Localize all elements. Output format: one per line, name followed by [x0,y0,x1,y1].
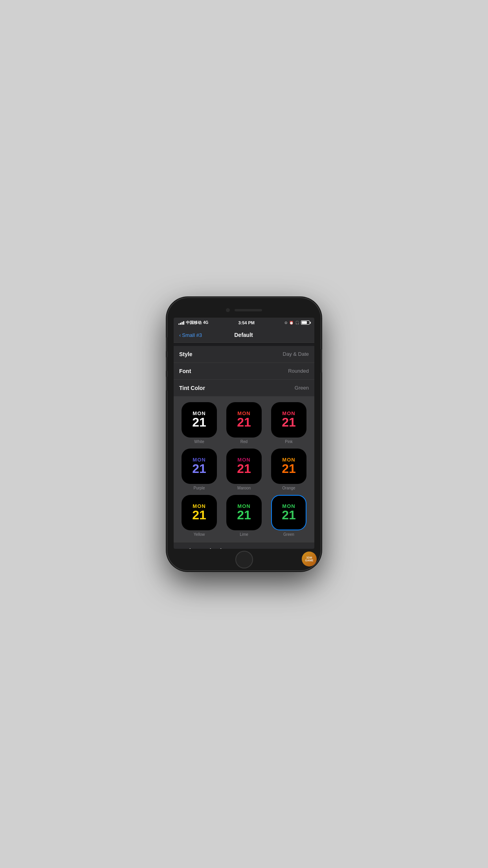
watch-date-lime: 21 [237,509,251,521]
color-item-green[interactable]: MON 21 Green [269,495,309,537]
watch-date-white: 21 [192,416,206,428]
status-right: ⊙ ⏰ 🎧 [284,320,310,325]
nav-title: Default [202,332,285,338]
watch-face-orange: MON 21 [271,449,306,484]
tint-color-value: Green [295,385,309,391]
background-color-label: Background Color [179,548,227,549]
home-button-area [235,549,253,570]
home-button[interactable] [235,551,253,568]
battery-fill [302,321,307,324]
settings-content[interactable]: Style Day & Date Font Rounded Tint Color… [174,343,314,549]
style-row[interactable]: Style Day & Date [174,346,314,363]
color-label-red: Red [240,440,248,444]
color-item-purple[interactable]: MON 21 Purple [179,449,219,490]
signal-bar-1 [178,324,180,325]
watch-date-yellow: 21 [192,509,206,521]
battery-icon [301,320,310,325]
color-label-lime: Lime [240,532,248,537]
style-label: Style [179,351,192,357]
background-color-value: Black [296,548,309,549]
watch-face-red: MON 21 [226,402,262,438]
color-label-white: White [194,440,204,444]
style-value: Day & Date [283,351,309,357]
color-item-maroon[interactable]: MON 21 Maroon [224,449,264,490]
chevron-left-icon: ‹ [179,332,181,338]
phone-screen: 中国移动 4G 3:54 PM ⊙ ⏰ 🎧 ‹ Small #3 Default [174,318,314,549]
time-display: 3:54 PM [238,320,255,325]
watch-face-lime: MON 21 [226,495,262,530]
network-label: 4G [203,320,208,325]
font-value: Rounded [288,368,309,374]
watermark: 3DMGAME [302,552,317,567]
watch-date-maroon: 21 [237,462,251,475]
background-color-row[interactable]: Background Color Black [174,542,314,549]
color-item-red[interactable]: MON 21 Red [224,402,264,444]
watch-face-maroon: MON 21 [226,449,262,484]
font-row[interactable]: Font Rounded [174,363,314,380]
color-label-purple: Purple [194,486,205,490]
phone-device: 中国移动 4G 3:54 PM ⊙ ⏰ 🎧 ‹ Small #3 Default [167,298,321,570]
tint-color-row[interactable]: Tint Color Green [174,380,314,397]
watch-date-pink: 21 [282,416,296,428]
color-item-pink[interactable]: MON 21 Pink [269,402,309,444]
color-label-orange: Orange [282,486,295,490]
watch-date-purple: 21 [192,462,206,475]
phone-top-bar [167,298,321,318]
color-label-green: Green [283,532,294,537]
color-item-orange[interactable]: MON 21 Orange [269,449,309,490]
headphone-icon: 🎧 [295,321,299,325]
color-grid: MON 21 White MON 21 Red MON [174,397,314,542]
watch-face-pink: MON 21 [271,402,306,438]
watch-date-red: 21 [237,416,251,428]
signal-bars [178,321,184,325]
status-left: 中国移动 4G [178,320,208,326]
watch-face-yellow: MON 21 [182,495,217,530]
color-item-lime[interactable]: MON 21 Lime [224,495,264,537]
color-item-white[interactable]: MON 21 White [179,402,219,444]
watch-face-white: MON 21 [182,402,217,438]
color-label-pink: Pink [285,440,292,444]
signal-bar-3 [182,322,183,325]
watch-date-green: 21 [282,509,296,521]
alarm-icon: ⏰ [289,321,294,325]
color-label-yellow: Yellow [194,532,205,537]
camera-dot [226,308,230,312]
watch-face-purple: MON 21 [182,449,217,484]
signal-bar-4 [183,321,184,325]
status-bar: 中国移动 4G 3:54 PM ⊙ ⏰ 🎧 [174,318,314,328]
watermark-logo: 3DMGAME [302,552,317,566]
watch-face-green: MON 21 [271,495,306,530]
watch-date-orange: 21 [282,462,296,475]
back-button[interactable]: ‹ Small #3 [179,332,202,338]
signal-bar-2 [180,323,181,325]
font-label: Font [179,368,191,374]
back-label: Small #3 [182,332,202,338]
color-item-yellow[interactable]: MON 21 Yellow [179,495,219,537]
tint-color-label: Tint Color [179,385,205,391]
screen-icon: ⊙ [284,321,288,325]
carrier-label: 中国移动 [186,320,202,326]
color-label-maroon: Maroon [237,486,251,490]
nav-bar: ‹ Small #3 Default [174,328,314,343]
speaker-grille [235,309,262,311]
